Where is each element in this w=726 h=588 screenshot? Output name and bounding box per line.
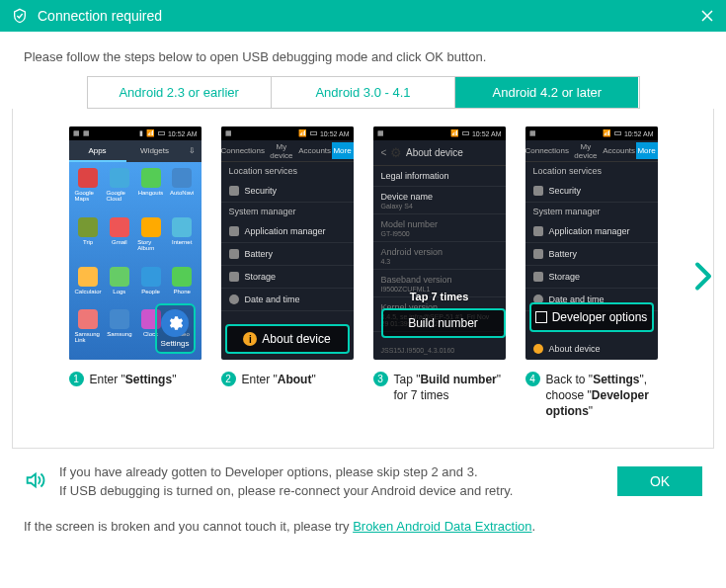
footer: If you have already gotten to Developer … <box>10 449 716 534</box>
developer-options-highlight: Developer options <box>529 302 654 332</box>
gear-icon <box>161 309 189 337</box>
footer-line1: If you have already gotten to Developer … <box>59 462 617 482</box>
step-4-caption: 4Back to "Settings", choose "Developer o… <box>525 372 658 420</box>
phone-screenshot-1: ▦▦▮📶10:52 AM AppsWidgets⇩ Google Maps Go… <box>69 126 202 360</box>
step-2-caption: 2Enter "About" <box>221 372 354 387</box>
tab-android-30[interactable]: Android 3.0 - 4.1 <box>271 77 454 108</box>
shield-icon <box>12 8 28 24</box>
steps-panel: ▦▦▮📶10:52 AM AppsWidgets⇩ Google Maps Go… <box>12 109 714 449</box>
tab-android-23[interactable]: Android 2.3 or earlier <box>88 77 271 108</box>
tab-android-42[interactable]: Android 4.2 or later <box>454 77 638 108</box>
broken-android-link[interactable]: Broken Android Data Extraction <box>353 519 531 534</box>
build-number-highlight: Build number <box>381 308 506 338</box>
speaker-icon <box>24 469 45 494</box>
step-1-caption: 1Enter "Settings" <box>69 372 202 387</box>
step-1: ▦▦▮📶10:52 AM AppsWidgets⇩ Google Maps Go… <box>69 126 202 420</box>
broken-screen-hint: If the screen is broken and you cannot t… <box>24 519 702 534</box>
titlebar: Connection required <box>0 0 726 32</box>
phone-screenshot-3: ▦📶10:52 AM <⚙ About device Legal informa… <box>373 126 506 360</box>
os-tabs: Android 2.3 or earlier Android 3.0 - 4.1… <box>87 76 640 109</box>
footer-line2: If USB debugging is turned on, please re… <box>59 481 617 501</box>
step-3-caption: 3Tap "Build number" for 7 times <box>373 372 506 403</box>
tap-7-label: Tap 7 times <box>377 291 502 302</box>
step-3: ▦📶10:52 AM <⚙ About device Legal informa… <box>373 126 506 420</box>
close-icon[interactable] <box>700 9 714 23</box>
instruction-text: Please follow the steps below to open US… <box>10 45 716 76</box>
phone-screenshot-2: ▦📶10:52 AM Connections My device Account… <box>221 126 354 360</box>
step-4: ▦📶10:52 AM Connections My device Account… <box>525 126 658 420</box>
window-title: Connection required <box>38 8 700 24</box>
settings-highlight: Settings <box>155 303 196 354</box>
ok-button[interactable]: OK <box>617 466 702 496</box>
phone-screenshot-4: ▦📶10:52 AM Connections My device Account… <box>525 126 658 360</box>
next-arrow-icon[interactable] <box>689 257 717 299</box>
content: Please follow the steps below to open US… <box>0 32 726 544</box>
gear-icon: ⚙ <box>390 145 402 160</box>
step-2: ▦📶10:52 AM Connections My device Account… <box>221 126 354 420</box>
about-device-highlight: iAbout device <box>225 324 350 354</box>
